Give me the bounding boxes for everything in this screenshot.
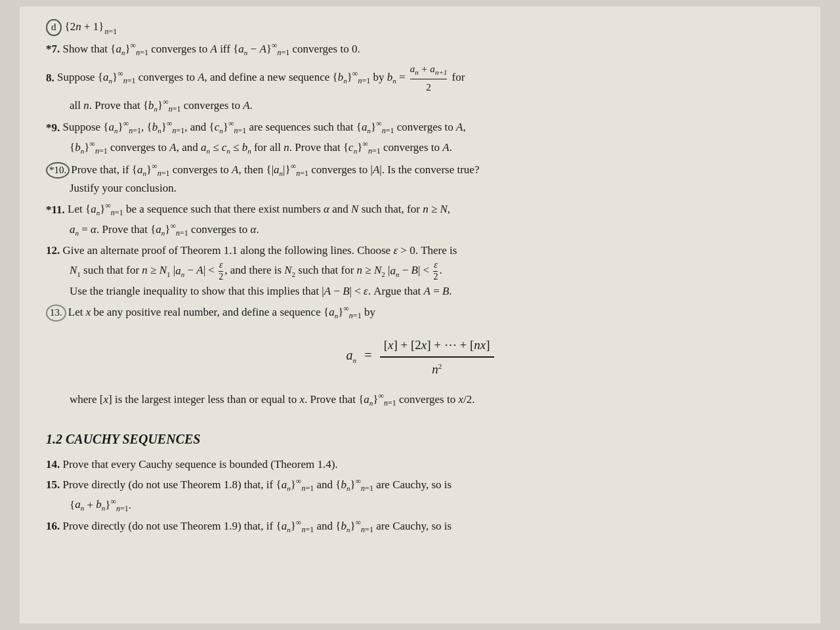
p10-line2: Justify your conclusion. [70,180,794,197]
p13-text: Let x be any positive real number, and d… [68,303,375,322]
p8-text: Suppose {an}∞n=1 converges to A, and def… [57,71,465,83]
p9-text: Suppose {an}∞n=1, {bn}∞n=1, and {cn}∞n=1… [63,121,466,133]
p15-text: Prove directly (do not use Theorem 1.8) … [63,478,452,491]
problem-9: *9. Suppose {an}∞n=1, {bn}∞n=1, and {cn}… [46,118,794,138]
section-12-title: 1.2 CAUCHY SEQUENCES [46,429,794,450]
page-content: d {2n + 1}n=1 *7. Show that {an}∞n=1 con… [20,7,820,623]
p12-line2: N1 such that for n ≥ N1 |an − A| < ε 2 ,… [70,260,794,283]
p8-continuation: all n. Prove that {bn}∞n=1 converges to … [70,96,794,116]
p14-label: 14. [46,458,60,471]
circled-d: d [46,19,62,36]
problem-8: 8. Suppose {an}∞n=1 converges to A, and … [46,62,794,95]
p10-circle: *10. [46,162,70,179]
problem-12: 12. Give an alternate proof of Theorem 1… [46,242,794,259]
d-content: {2n + 1}n=1 [65,18,117,37]
p7-text: Show that {an}∞n=1 converges to A iff {a… [63,43,360,55]
problem-d-row: d {2n + 1}n=1 [46,18,794,37]
p10-text: Prove that, if {an}∞n=1 converges to A, … [71,160,479,180]
p14-text: Prove that every Cauchy sequence is boun… [63,458,338,471]
p12-line3: Use the triangle inequality to show that… [70,283,794,300]
p13-circle: 13. [46,304,66,322]
p11-text: Let {an}∞n=1 be a sequence such that the… [68,203,450,215]
problem-14: 14. Prove that every Cauchy sequence is … [46,456,794,473]
p9-label: *9. [46,121,60,133]
formula-13: an = [x] + [2x] + ⋯ + [nx] n2 [46,335,794,379]
p7-label: *7. [46,43,60,55]
problem-11: *11. Let {an}∞n=1 be a sequence such tha… [46,200,794,220]
problem-16: 16. Prove directly (do not use Theorem 1… [46,516,794,536]
p16-label: 16. [46,520,60,532]
p16-text: Prove directly (do not use Theorem 1.9) … [63,520,452,532]
p12-label: 12. [46,244,60,257]
p13-conclusion: where [x] is the largest integer less th… [70,390,794,410]
p12-text: Give an alternate proof of Theorem 1.1 a… [63,244,457,257]
problem-13: 13. Let x be any positive real number, a… [46,303,794,322]
p9-line2: {bn}∞n=1 converges to A, and an ≤ cn ≤ b… [70,138,794,158]
problem-7: *7. Show that {an}∞n=1 converges to A if… [46,39,794,59]
p15-line2: {an + bn}∞n=1. [70,495,794,515]
problem-10: *10. Prove that, if {an}∞n=1 converges t… [46,160,794,180]
problem-15: 15. Prove directly (do not use Theorem 1… [46,475,794,495]
p15-label: 15. [46,478,60,491]
p11-line2: an = α. Prove that {an}∞n=1 converges to… [70,220,794,240]
p11-label: *11. [46,203,65,215]
p8-label: 8. [46,71,54,83]
